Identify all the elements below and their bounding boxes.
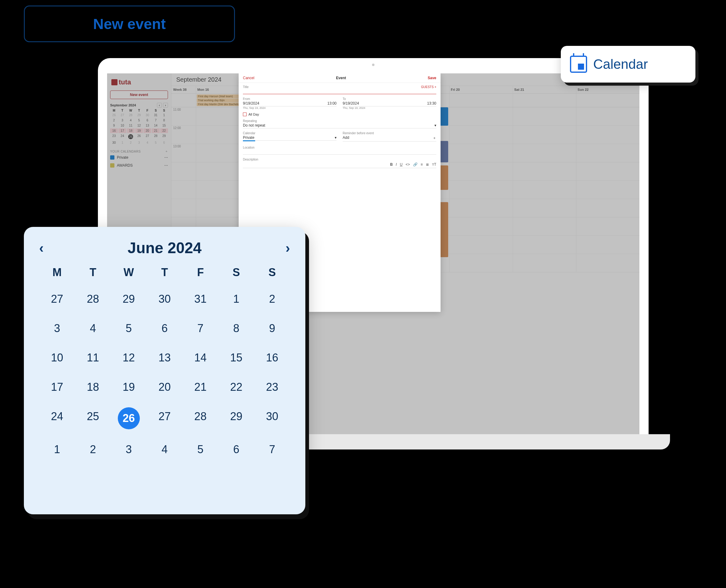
month-day-header: M <box>39 266 75 279</box>
month-day-cell[interactable]: 13 <box>146 349 182 367</box>
location-input[interactable] <box>243 149 436 155</box>
from-label: From <box>243 97 337 101</box>
month-day-cell[interactable]: 3 <box>111 440 146 459</box>
month-day-cell[interactable]: 21 <box>183 378 218 396</box>
month-day-cell[interactable]: 5 <box>183 440 218 459</box>
month-day-cell[interactable]: 7 <box>254 440 290 459</box>
month-day-header: S <box>254 266 290 279</box>
month-day-cell[interactable]: 30 <box>254 407 290 426</box>
from-date-input[interactable]: 9/19/2024 13:00 <box>243 101 337 106</box>
month-day-header: T <box>75 266 111 279</box>
month-day-cell[interactable]: 23 <box>254 378 290 396</box>
calendar-icon <box>570 56 587 73</box>
month-day-cell[interactable]: 1 <box>218 290 254 308</box>
description-input[interactable] <box>243 168 436 229</box>
title-label: Title <box>243 85 436 89</box>
month-day-cell[interactable]: 18 <box>75 378 111 396</box>
month-day-cell[interactable]: 22 <box>218 378 254 396</box>
camera-icon <box>372 64 375 66</box>
month-day-cell[interactable]: 14 <box>183 349 218 367</box>
save-button[interactable]: Save <box>428 76 436 80</box>
month-prev-button[interactable]: ‹ <box>39 240 44 256</box>
month-day-cell[interactable]: 9 <box>254 319 290 338</box>
month-day-cell[interactable]: 17 <box>39 378 75 396</box>
repeating-select[interactable]: Do not repeat ▾ <box>243 123 436 128</box>
from-date-value: 9/19/2024 <box>243 101 259 105</box>
month-day-cell[interactable]: 28 <box>75 290 111 308</box>
month-day-cell[interactable]: 28 <box>183 407 218 426</box>
description-toolbar: B I U <> 🔗 ≡ ≣ ᴛT <box>243 161 436 168</box>
month-day-cell[interactable]: 19 <box>111 378 146 396</box>
month-day-cell[interactable]: 12 <box>111 349 146 367</box>
month-day-cell[interactable]: 30 <box>146 290 182 308</box>
month-day-cell[interactable]: 7 <box>183 319 218 338</box>
month-day-cell[interactable]: 6 <box>146 319 182 338</box>
to-date-input[interactable]: 9/19/2024 13:30 <box>343 101 436 106</box>
month-day-header: T <box>146 266 182 279</box>
bold-button[interactable]: B <box>390 162 393 167</box>
to-label: To <box>343 97 436 101</box>
to-date-sub: Thu, Sep 19, 2024 <box>343 106 436 109</box>
month-day-cell[interactable]: 15 <box>218 349 254 367</box>
month-day-header: W <box>111 266 146 279</box>
reminder-label: Reminder before event <box>343 131 436 135</box>
month-day-cell[interactable]: 8 <box>218 319 254 338</box>
underline-button[interactable]: U <box>400 162 403 167</box>
from-date-sub: Thu, Sep 19, 2024 <box>243 106 337 109</box>
cancel-button[interactable]: Cancel <box>243 76 254 80</box>
month-grid: MTWTFSS272829303112345678910111213141516… <box>39 266 290 459</box>
link-button[interactable]: 🔗 <box>413 162 418 167</box>
month-day-cell[interactable]: 1 <box>39 440 75 459</box>
allday-label: All Day <box>248 112 259 116</box>
allday-checkbox[interactable] <box>243 112 247 116</box>
from-time-value: 13:00 <box>327 101 337 105</box>
month-day-cell[interactable]: 31 <box>183 290 218 308</box>
month-day-cell[interactable]: 29 <box>111 290 146 308</box>
month-day-cell[interactable]: 11 <box>75 349 111 367</box>
month-day-cell[interactable]: 3 <box>39 319 75 338</box>
calendar-badge[interactable]: Calendar <box>561 46 695 83</box>
ordered-list-button[interactable]: ≡ <box>421 162 423 167</box>
italic-button[interactable]: I <box>396 162 397 167</box>
calendar-value: Private <box>243 135 254 140</box>
month-day-cell[interactable]: 10 <box>39 349 75 367</box>
reminder-value: Add <box>343 135 349 141</box>
month-day-cell[interactable]: 25 <box>75 407 111 426</box>
calendar-color-accent <box>243 140 255 141</box>
to-time-value: 13:30 <box>427 101 436 105</box>
calendar-badge-label: Calendar <box>593 57 648 72</box>
month-day-cell[interactable]: 16 <box>254 349 290 367</box>
month-next-button[interactable]: › <box>285 240 290 256</box>
calendar-select[interactable]: Private ▾ <box>243 135 337 141</box>
month-day-cell[interactable]: 27 <box>146 407 182 426</box>
title-input[interactable] <box>243 89 436 94</box>
location-label: Location <box>243 146 436 149</box>
month-day-cell[interactable]: 2 <box>254 290 290 308</box>
guests-button[interactable]: GUESTS + <box>421 85 436 89</box>
plus-icon: ＋ <box>432 135 436 141</box>
month-picker-popup: ‹ June 2024 › MTWTFSS2728293031123456789… <box>24 227 305 514</box>
description-label: Description <box>243 158 436 161</box>
unordered-list-button[interactable]: ≣ <box>426 162 429 167</box>
month-day-cell[interactable]: 4 <box>146 440 182 459</box>
month-day-cell[interactable]: 29 <box>218 407 254 426</box>
month-day-cell[interactable]: 5 <box>111 319 146 338</box>
month-day-cell[interactable]: 4 <box>75 319 111 338</box>
month-day-cell[interactable]: 26 <box>118 407 140 429</box>
new-event-button[interactable]: New event <box>24 5 235 42</box>
month-day-cell[interactable]: 20 <box>146 378 182 396</box>
reminder-select[interactable]: Add ＋ <box>343 135 436 142</box>
repeating-value: Do not repeat <box>243 123 265 127</box>
month-day-cell[interactable]: 6 <box>218 440 254 459</box>
month-title: June 2024 <box>127 239 202 257</box>
month-day-cell[interactable]: 2 <box>75 440 111 459</box>
code-button[interactable]: <> <box>406 162 410 167</box>
month-day-cell[interactable]: 24 <box>39 407 75 426</box>
calendar-select-label: Calendar <box>243 131 337 135</box>
to-date-value: 9/19/2024 <box>343 101 359 105</box>
text-size-button[interactable]: ᴛT <box>432 162 436 167</box>
month-day-cell[interactable]: 27 <box>39 290 75 308</box>
chevron-down-icon: ▾ <box>435 123 436 127</box>
modal-title: Event <box>336 76 346 80</box>
month-day-header: F <box>183 266 218 279</box>
